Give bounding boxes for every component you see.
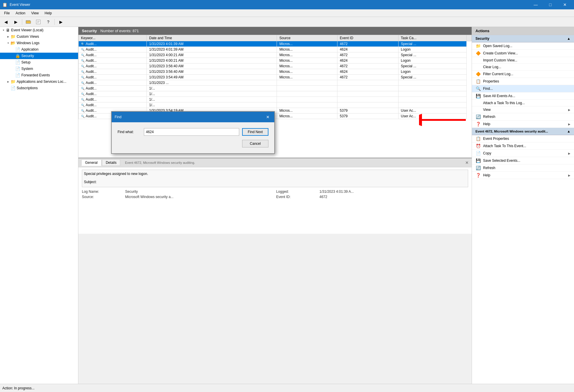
action-view[interactable]: View ▶ [472, 106, 574, 113]
setup-icon: 📄 [15, 60, 20, 65]
menu-help[interactable]: Help [42, 9, 55, 17]
toolbar-properties[interactable] [34, 18, 43, 26]
detail-content: Special privileges assigned to new logon… [78, 167, 472, 234]
sidebar-item-appsvc-logs[interactable]: ▶ 📁 Applications and Services Loc... [0, 78, 78, 85]
tab-details[interactable]: Details [102, 159, 120, 166]
toolbar-open[interactable] [24, 18, 33, 26]
close-button[interactable]: ✕ [558, 0, 572, 9]
find-label: Find what: [118, 130, 141, 134]
refresh-icon: 🔄 [475, 114, 481, 119]
main-layout: ▼ 🖥 Event Viewer (Local) ▶ 📁 Custom View… [0, 27, 574, 384]
save-events-icon: 💾 [475, 94, 481, 98]
event-section-chevron: ▲ [567, 129, 570, 133]
find-input[interactable] [144, 128, 239, 136]
toolbar-help[interactable]: ? [44, 18, 53, 26]
sidebar-item-event-viewer[interactable]: ▼ 🖥 Event Viewer (Local) [0, 27, 78, 33]
save-selected-icon: 💾 [475, 158, 481, 163]
table-row[interactable]: 🔍Audit...1/31/2023 3:56:40 AMMicros...46… [79, 69, 472, 75]
cancel-button[interactable]: Cancel [242, 140, 268, 147]
action-find[interactable]: 🔍 Find... [472, 85, 574, 92]
action-save-all-events[interactable]: 💾 Save All Events As... [472, 92, 574, 100]
action-attach-task[interactable]: Attach a Task To this Log... [472, 100, 574, 106]
toolbar-forward[interactable]: ▶ [11, 18, 20, 26]
maximize-button[interactable]: □ [544, 0, 557, 9]
tab-general[interactable]: General [81, 159, 101, 166]
col-scroll-spacer [467, 35, 472, 41]
sidebar-item-security[interactable]: ▶ 🔒 Security [0, 53, 78, 59]
status-bar: Action: In progress... [0, 384, 574, 392]
table-row[interactable]: 🔍Audit...1/31/2023 4:01:39 AMMicros...46… [79, 41, 472, 47]
detail-subject: Subject: [84, 180, 96, 184]
detail-close-button[interactable]: ✕ [465, 160, 469, 165]
view-chevron-icon: ▶ [568, 108, 570, 111]
toolbar-back[interactable]: ◀ [1, 18, 11, 26]
action-open-saved-log[interactable]: 📁 Open Saved Log... [472, 42, 574, 50]
toolbar-run[interactable]: ▶ [56, 18, 65, 26]
action-help[interactable]: ❓ Help ▶ [472, 121, 574, 128]
table-row[interactable]: 🔍Audit...1/... [79, 102, 472, 108]
folder-open-icon: 📂 [11, 41, 15, 45]
action-refresh[interactable]: 🔄 Refresh [472, 113, 574, 121]
sidebar-item-custom-views[interactable]: ▶ 📁 Custom Views [0, 33, 78, 40]
action-properties[interactable]: 📋 Properties [472, 78, 574, 85]
app-icon: 📋 [2, 2, 7, 7]
table-row[interactable]: 🔍Audit...1/31/2023 3:54:49 AMMicros...46… [79, 75, 472, 80]
menu-action[interactable]: Action [13, 9, 28, 17]
security-section-chevron: ▲ [567, 37, 570, 41]
table-row[interactable]: 🔍Audit...1/31/2023 3:56:40 AMMicros...46… [79, 63, 472, 69]
security-icon: 🔒 [15, 54, 20, 58]
security-section-title: Security [475, 37, 489, 41]
sidebar-item-system[interactable]: ▶ 📄 System [0, 66, 78, 72]
table-row[interactable]: 🔍Audit...1/31/2023 4:00:21 AMMicros...46… [79, 58, 472, 63]
action-create-custom-view[interactable]: 🔶 Create Custom View... [472, 50, 574, 57]
action-event-properties[interactable]: 📋 Event Properties [472, 135, 574, 142]
action-event-help[interactable]: ❓ Help ▶ [472, 172, 574, 179]
action-import-custom-view[interactable]: Import Custom View... [472, 57, 574, 64]
log-name-label: Log Name: [82, 190, 123, 194]
sidebar-item-subscriptions[interactable]: ▶ 📄 Subscriptions [0, 85, 78, 91]
table-row[interactable]: 🔍Audit...1/... [79, 91, 472, 97]
action-save-selected[interactable]: 💾 Save Selected Events... [472, 157, 574, 164]
menu-view[interactable]: View [28, 9, 42, 17]
col-keyword[interactable]: Keywor... [79, 35, 147, 41]
detail-description: Special privileges assigned to new logon… [84, 172, 148, 176]
event-help-icon: ❓ [475, 173, 481, 178]
action-clear-log[interactable]: Clear Log... [472, 64, 574, 71]
help-chevron-icon: ▶ [568, 123, 570, 126]
event-section-header[interactable]: Event 4672, Microsoft Windows security a… [472, 128, 574, 135]
folder-icon: 📁 [11, 34, 15, 39]
col-source[interactable]: Source [277, 35, 337, 41]
logged-label: Logged: [276, 190, 317, 194]
col-taskcat[interactable]: Task Ca... [398, 35, 466, 41]
app-title: Event Viewer [10, 3, 527, 7]
table-row[interactable]: 🔍Audit...1/31/2023 ... [79, 80, 472, 86]
action-attach-task-event[interactable]: ⏰ Attach Task To This Event... [472, 142, 574, 150]
event-help-chevron-icon: ▶ [568, 174, 570, 177]
dialog-title: Find [115, 115, 121, 119]
minimize-button[interactable]: — [529, 0, 542, 9]
sidebar-item-windows-logs[interactable]: ▼ 📂 Windows Logs [0, 40, 78, 46]
dialog-close-button[interactable]: ✕ [264, 114, 271, 121]
col-datetime[interactable]: Date and Time [147, 35, 277, 41]
dialog-title-bar: Find ✕ [112, 112, 274, 122]
menu-file[interactable]: File [1, 9, 13, 17]
find-next-button[interactable]: Find Next [242, 128, 268, 136]
source-value: Microsoft Windows security a... [125, 195, 274, 199]
find-dialog: Find ✕ Find what: Find Next Cancel [111, 111, 275, 154]
system-icon: 📄 [15, 66, 20, 71]
sidebar-item-setup[interactable]: ▶ 📄 Setup [0, 59, 78, 66]
action-event-refresh[interactable]: 🔄 Refresh [472, 164, 574, 172]
action-copy[interactable]: 📄 Copy ▶ [472, 150, 574, 157]
table-row[interactable]: 🔍Audit...1/... [79, 86, 472, 91]
col-eventid[interactable]: Event ID [337, 35, 399, 41]
table-row[interactable]: 🔍Audit...1/31/2023 4:01:39 AMMicros...46… [79, 47, 472, 52]
security-section-header[interactable]: Security ▲ [472, 35, 574, 42]
sidebar-item-forwarded-events[interactable]: ▶ 📄 Forwarded Events [0, 72, 78, 78]
action-filter-log[interactable]: 🔶 Filter Current Log... [472, 71, 574, 78]
forwarded-icon: 📄 [15, 73, 20, 78]
table-row[interactable]: 🔍Audit...1/31/2023 4:00:21 AMMicros...46… [79, 52, 472, 58]
detail-description-area: Special privileges assigned to new logon… [82, 170, 468, 187]
log-header: Security Number of events: 871 [78, 27, 472, 35]
sidebar-item-application[interactable]: ▶ 📄 Application [0, 46, 78, 53]
table-row[interactable]: 🔍Audit...1/... [79, 97, 472, 102]
